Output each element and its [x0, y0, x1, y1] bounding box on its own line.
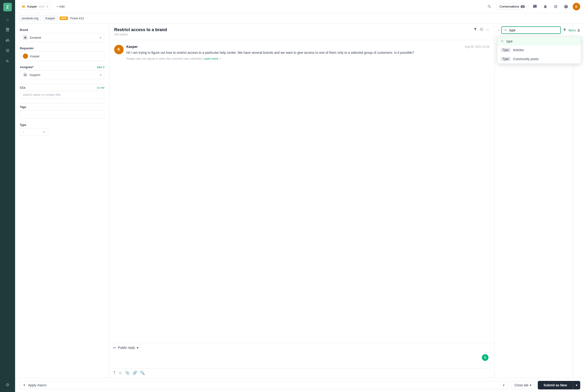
notifications-icon[interactable] — [542, 3, 549, 10]
search-articles-result[interactable]: Type Articles — [498, 46, 581, 54]
search-bar-area: ‹ filters + — [494, 24, 584, 37]
apps-icon[interactable] — [552, 3, 560, 10]
sidebar-logo[interactable]: Z — [3, 3, 12, 11]
ccs-label: CCs cc me — [20, 86, 104, 90]
search-input[interactable] — [509, 28, 558, 32]
message-author: Kasper — [126, 45, 138, 48]
dropdown-type-label: type — [506, 40, 512, 43]
search-type-result[interactable]: type — [498, 37, 581, 46]
tickets-icon[interactable]: ☰ — [3, 26, 12, 34]
ticket-via: Via system — [114, 33, 167, 36]
main-content: 🎫 Kasper #13 ✕ + Add Conversations 0 — [15, 0, 584, 392]
search-icon[interactable] — [486, 3, 493, 10]
assignee-field: Assignee* take it Support ▾ — [20, 66, 104, 79]
submit-dropdown-button[interactable]: ▾ — [573, 381, 580, 390]
ticket-header: Restrict access to a brand Via system ⋯ — [110, 24, 494, 40]
dropdown-search-icon — [501, 40, 504, 43]
submit-as-new-button[interactable]: Submit as New — [538, 381, 573, 390]
ticket-tab[interactable]: 🎫 Kasper #13 ✕ — [19, 3, 52, 10]
reply-input-area[interactable]: G — [113, 352, 490, 366]
analytics-icon[interactable] — [3, 56, 12, 65]
tab-close-button[interactable]: ✕ — [46, 5, 48, 8]
type-select[interactable]: - ▾ — [20, 128, 48, 136]
search-reply-icon[interactable]: 🔍 — [140, 370, 145, 375]
search-magnifier-icon — [504, 28, 507, 32]
close-tab-button[interactable]: Close tab ▾ — [511, 381, 535, 389]
tags-input[interactable] — [20, 110, 104, 119]
requester-name: Kasper — [30, 54, 40, 58]
new-badge: NEW — [60, 16, 68, 20]
assignee-select[interactable]: Support ▾ — [20, 70, 104, 79]
reply-arrow-icon: ↩ — [113, 346, 116, 350]
back-arrow-icon[interactable]: ‹ — [498, 28, 499, 32]
requester-field: Requester Kasper — [20, 47, 104, 61]
breadcrumb-user[interactable]: Kasper — [43, 15, 58, 21]
attachment-icon[interactable]: 📎 — [125, 370, 130, 375]
breadcrumb-ticket: Ticket #13 — [70, 16, 84, 20]
sidebar: Z ⌂ ☰ ⊞ ⚙ — [0, 0, 15, 392]
reply-area: ↩ Public reply ▾ G T ☺ 📎 🔗 🔍 — [110, 343, 494, 378]
conversations-button[interactable]: Conversations 0 — [496, 3, 528, 10]
bottom-bar: Apply macro ▾ Close tab ▾ Submit as New … — [15, 378, 584, 392]
assignee-label: Assignee* take it — [20, 66, 104, 69]
macro-chevron-icon: ▾ — [503, 383, 504, 387]
brand-select[interactable]: Zendesk ▾ — [20, 33, 104, 42]
assignee-value: Support — [30, 73, 40, 77]
emoji-icon[interactable]: ☺ — [118, 371, 122, 375]
user-profile-icon[interactable] — [575, 26, 582, 34]
ccs-field: CCs cc me — [20, 86, 104, 98]
message-time: Aug 30, 2021 15:16 — [465, 45, 490, 48]
filter-icon[interactable] — [474, 27, 477, 32]
more-options-icon[interactable]: ⋯ — [486, 28, 490, 32]
conversations-badge: 0 — [520, 5, 525, 8]
link-icon[interactable]: 🔗 — [132, 370, 137, 375]
learn-more-link[interactable]: Learn more — [204, 57, 218, 60]
search-input-wrapper — [501, 26, 561, 34]
breadcrumb-org[interactable]: zendesk-org — [19, 15, 41, 21]
community-type-badge: Type — [501, 57, 511, 61]
articles-label: Articles — [513, 48, 524, 52]
text-format-icon[interactable]: T — [113, 371, 116, 375]
apply-macro-button[interactable]: Apply macro ▾ — [19, 381, 508, 389]
take-it-link[interactable]: take it — [97, 66, 104, 69]
users-icon[interactable] — [3, 36, 12, 44]
reply-header[interactable]: ↩ Public reply ▾ — [113, 346, 490, 350]
messages-area: K Kasper Aug 30, 2021 15:16 Hi! I am try… — [110, 40, 494, 343]
brand-value: Zendesk — [30, 36, 41, 40]
search-dropdown: type Type Articles Type Community posts — [497, 37, 581, 64]
reply-label: Public reply — [118, 346, 135, 350]
chat-icon[interactable] — [531, 3, 539, 10]
type-field: Type - ▾ — [20, 123, 104, 136]
grammarly-icon: G — [482, 354, 488, 361]
message-item: K Kasper Aug 30, 2021 15:16 Hi! I am try… — [114, 45, 490, 60]
message-content: Kasper Aug 30, 2021 15:16 Hi! I am tryin… — [126, 45, 490, 60]
close-tab-label: Close tab — [514, 383, 528, 387]
home-icon[interactable]: ⌂ — [3, 15, 12, 24]
close-tab-chevron-icon: ▾ — [530, 383, 532, 387]
settings-icon[interactable]: ⚙ — [3, 381, 12, 389]
submit-group: Submit as New ▾ — [538, 381, 580, 390]
ccs-input[interactable] — [20, 91, 104, 98]
topbar: 🎫 Kasper #13 ✕ + Add Conversations 0 — [15, 0, 584, 13]
search-community-result[interactable]: Type Community posts — [498, 54, 581, 64]
tab-icon: 🎫 — [22, 5, 26, 8]
ticket-title: Restrict access to a brand — [114, 27, 167, 32]
conversations-label: Conversations — [500, 5, 519, 8]
requester-avatar — [23, 54, 28, 59]
right-panel-content: + filters — [494, 37, 584, 378]
filter-options-icon[interactable] — [563, 28, 566, 32]
chevron-down-icon: ▾ — [100, 36, 102, 40]
right-panel-sidebar — [573, 24, 584, 378]
cc-me-link[interactable]: cc me — [97, 86, 104, 90]
tags-field: Tags — [20, 106, 104, 119]
type-value: - — [23, 130, 24, 134]
help-icon[interactable] — [562, 3, 570, 10]
reports-icon[interactable]: ⊞ — [3, 46, 12, 55]
topbar-actions: Conversations 0 K — [486, 3, 580, 10]
user-avatar[interactable]: K — [573, 3, 580, 10]
history-icon[interactable] — [480, 27, 483, 32]
add-tab-button[interactable]: + Add — [54, 3, 67, 10]
brand-field: Brand Zendesk ▾ — [20, 28, 104, 42]
requester-select[interactable]: Kasper — [20, 52, 104, 61]
articles-type-badge: Type — [501, 48, 511, 52]
